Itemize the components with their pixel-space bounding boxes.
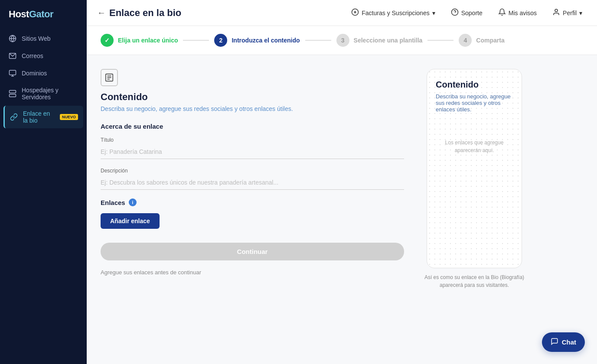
- step-1: ✓ Elija un enlace único: [101, 34, 178, 47]
- sidebar-item-label: Correos: [22, 52, 43, 59]
- sidebar-item-enlace-bio[interactable]: Enlace en la bio NUEVO: [3, 106, 83, 128]
- left-panel: Contenido Describa su negocio, agregue s…: [101, 69, 404, 350]
- perfil-label: Perfil: [563, 10, 577, 16]
- avisos-label: Mis avisos: [509, 10, 537, 16]
- step-3: 3 Seleccione una plantilla: [336, 34, 423, 47]
- link-icon: [10, 113, 18, 121]
- sidebar-item-label: Dominios: [22, 70, 47, 77]
- preview-caption: Así es como su enlace en la Bio (Biograf…: [418, 273, 531, 289]
- chevron-down-icon: ▾: [432, 10, 435, 16]
- mail-icon: [9, 52, 16, 60]
- titulo-input[interactable]: [101, 145, 404, 159]
- sidebar-item-hospedajes[interactable]: Hospedajes y Servidores: [3, 82, 83, 105]
- perfil-button[interactable]: Perfil ▾: [548, 6, 587, 20]
- enlaces-label: Enlaces: [101, 199, 125, 206]
- soporte-label: Soporte: [461, 10, 483, 16]
- logo: HostGator: [0, 0, 87, 30]
- globe-icon: [9, 35, 16, 42]
- step-divider-1: [183, 40, 209, 41]
- section-label: Acerca de su enlace: [101, 123, 404, 130]
- svg-rect-7: [10, 94, 16, 97]
- step-2: 2 Introduzca el contenido: [214, 34, 300, 47]
- step2-circle: 2: [214, 34, 227, 47]
- sidebar-item-label: Sitios Web: [22, 35, 51, 42]
- descripcion-label: Descripción: [101, 168, 404, 174]
- step1-label: Elija un enlace único: [118, 37, 178, 44]
- sidebar-item-dominios[interactable]: Dominios: [3, 65, 83, 81]
- descripcion-input[interactable]: [101, 176, 404, 190]
- sidebar-item-label: Enlace en la bio: [23, 110, 53, 124]
- descripcion-field-group: Descripción: [101, 168, 404, 190]
- preview-title: Contenido: [436, 80, 513, 90]
- step3-label: Seleccione una plantilla: [354, 37, 423, 44]
- right-panel-preview: Contenido Describa su negocio, agregue s…: [418, 69, 531, 350]
- step-divider-2: [305, 40, 331, 41]
- domain-icon: [9, 69, 16, 77]
- sidebar-item-label: Hospedajes y Servidores: [22, 87, 78, 101]
- step-4: 4 Comparta: [459, 34, 504, 47]
- step-divider-3: [427, 40, 453, 41]
- soporte-button[interactable]: Soporte: [447, 6, 487, 20]
- bell-icon: [498, 8, 506, 17]
- add-link-button[interactable]: Añadir enlace: [101, 213, 160, 229]
- wizard-stepper: ✓ Elija un enlace único 2 Introduzca el …: [87, 26, 597, 55]
- sidebar-item-sitios-web[interactable]: Sitios Web: [3, 30, 83, 47]
- continue-hint: Agregue sus enlaces antes de continuar: [101, 269, 404, 276]
- info-icon[interactable]: i: [129, 198, 137, 206]
- back-arrow-icon: ←: [97, 8, 106, 18]
- content-section-icon: [101, 69, 118, 86]
- sidebar-navigation: Sitios Web Correos Dominios Hospedajes y…: [0, 30, 87, 128]
- server-icon: [9, 90, 16, 98]
- svg-rect-6: [10, 91, 16, 93]
- preview-card: Contenido Describa su negocio, agregue s…: [427, 69, 522, 268]
- titulo-label: Título: [101, 137, 404, 143]
- step4-circle: 4: [459, 34, 472, 47]
- facturas-menu[interactable]: Facturas y Suscripciones ▾: [347, 6, 439, 20]
- panel-subtitle: Describa su negocio, agregue sus redes s…: [101, 105, 404, 112]
- user-icon: [552, 8, 560, 17]
- chat-button[interactable]: Chat: [542, 332, 585, 352]
- step3-circle: 3: [336, 34, 349, 47]
- continue-button[interactable]: Continuar: [101, 243, 404, 260]
- titulo-field-group: Título: [101, 137, 404, 159]
- content-area: Contenido Describa su negocio, agregue s…: [87, 55, 597, 364]
- chat-label: Chat: [562, 338, 576, 346]
- step1-circle: ✓: [101, 34, 114, 47]
- svg-rect-3: [10, 70, 16, 75]
- facturas-label: Facturas y Suscripciones: [362, 10, 429, 16]
- top-navigation: ← Enlace en la bio Facturas y Suscripcio…: [87, 0, 597, 26]
- chat-icon: [551, 338, 558, 347]
- new-badge: NUEVO: [60, 114, 78, 120]
- chevron-down-icon: ▾: [579, 10, 582, 16]
- main-content: ← Enlace en la bio Facturas y Suscripcio…: [87, 0, 597, 364]
- sidebar: HostGator Sitios Web Correos Dominios H: [0, 0, 87, 364]
- preview-subtitle: Describa su negocio, agregue sus redes s…: [436, 93, 513, 113]
- svg-point-15: [555, 9, 558, 12]
- avisos-button[interactable]: Mis avisos: [494, 6, 541, 20]
- question-icon: [451, 8, 459, 17]
- back-button[interactable]: ← Enlace en la bio: [97, 7, 181, 19]
- enlaces-header: Enlaces i: [101, 198, 404, 206]
- preview-links-placeholder: Los enlaces que agregue aparecerán aquí.: [436, 139, 513, 154]
- dollar-icon: [351, 8, 359, 17]
- step2-label: Introduzca el contenido: [232, 37, 300, 44]
- panel-title: Contenido: [101, 91, 404, 103]
- page-title: Enlace en la bio: [109, 7, 181, 19]
- sidebar-item-correos[interactable]: Correos: [3, 48, 83, 64]
- step4-label: Comparta: [476, 37, 504, 44]
